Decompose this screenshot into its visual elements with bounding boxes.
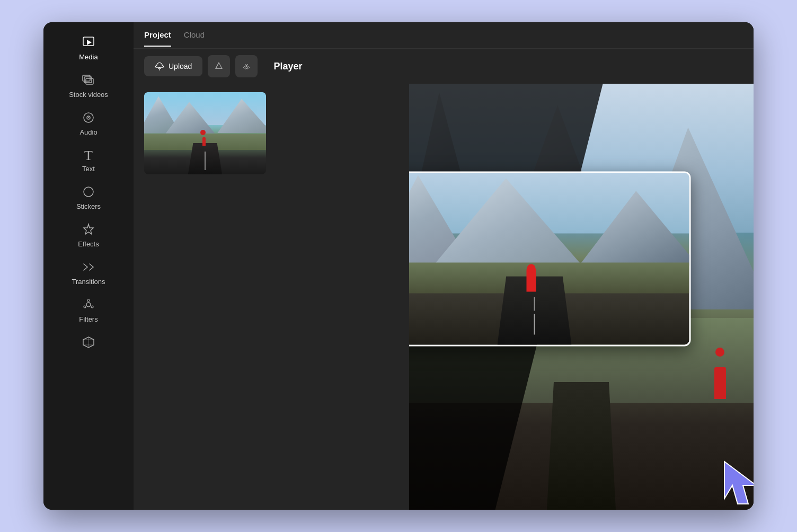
media-grid	[134, 84, 409, 510]
sidebar-item-stickers-label: Stickers	[76, 202, 101, 210]
3d-icon	[82, 336, 95, 351]
player-label: Player	[273, 61, 302, 72]
effects-icon	[82, 223, 95, 238]
sidebar-item-3d[interactable]	[51, 331, 126, 356]
sidebar: Media Stock videos Audio	[43, 22, 134, 510]
media-content	[134, 84, 754, 510]
sidebar-item-audio[interactable]: Audio	[51, 106, 126, 141]
sidebar-item-text[interactable]: T Text	[51, 144, 126, 178]
sidebar-item-media[interactable]: Media	[51, 31, 126, 66]
sidebar-item-stock-label: Stock videos	[69, 91, 108, 99]
upload-button[interactable]: Upload	[144, 56, 202, 76]
svg-point-12	[91, 306, 93, 308]
tab-project[interactable]: Project	[144, 30, 171, 47]
svg-point-10	[86, 303, 91, 307]
dropbox-icon	[242, 61, 251, 71]
svg-point-11	[87, 299, 90, 302]
svg-point-8	[84, 187, 93, 197]
gdrive-button[interactable]	[208, 55, 230, 77]
sidebar-item-transitions[interactable]: Transitions	[51, 255, 126, 291]
header-tabs: Project Cloud	[134, 22, 754, 49]
app-window: Media Stock videos Audio	[43, 22, 754, 510]
upload-label: Upload	[169, 62, 192, 70]
svg-point-7	[88, 117, 89, 118]
gdrive-icon	[214, 61, 224, 71]
sidebar-item-stickers[interactable]: Stickers	[51, 180, 126, 216]
sidebar-item-transitions-label: Transitions	[72, 278, 105, 286]
preview-card	[409, 172, 691, 347]
sidebar-item-stock-videos[interactable]: Stock videos	[51, 68, 126, 104]
stock-videos-icon	[82, 74, 95, 88]
sidebar-item-text-label: Text	[82, 165, 95, 173]
toolbar: Upload Player	[134, 49, 754, 84]
svg-marker-1	[87, 40, 92, 45]
media-icon	[82, 36, 95, 51]
dropbox-button[interactable]	[235, 55, 258, 77]
sidebar-item-effects-label: Effects	[78, 240, 99, 248]
svg-marker-15	[724, 462, 754, 504]
svg-point-13	[84, 306, 86, 308]
sidebar-item-effects[interactable]: Effects	[51, 218, 126, 253]
media-thumbnail-1[interactable]	[144, 92, 266, 174]
text-icon: T	[84, 149, 93, 163]
filters-icon	[82, 298, 95, 313]
upload-icon	[155, 61, 164, 71]
sidebar-item-audio-label: Audio	[79, 128, 97, 136]
tab-cloud[interactable]: Cloud	[184, 30, 205, 47]
sidebar-item-media-label: Media	[79, 53, 98, 61]
transitions-icon	[82, 261, 95, 276]
svg-marker-9	[84, 224, 93, 234]
svg-rect-3	[84, 77, 92, 83]
stickers-icon	[82, 185, 95, 200]
audio-icon	[82, 111, 95, 126]
player-area	[409, 84, 754, 510]
sidebar-item-filters[interactable]: Filters	[51, 293, 126, 329]
main-area: Project Cloud Upload	[134, 22, 754, 510]
sidebar-item-filters-label: Filters	[79, 315, 98, 323]
